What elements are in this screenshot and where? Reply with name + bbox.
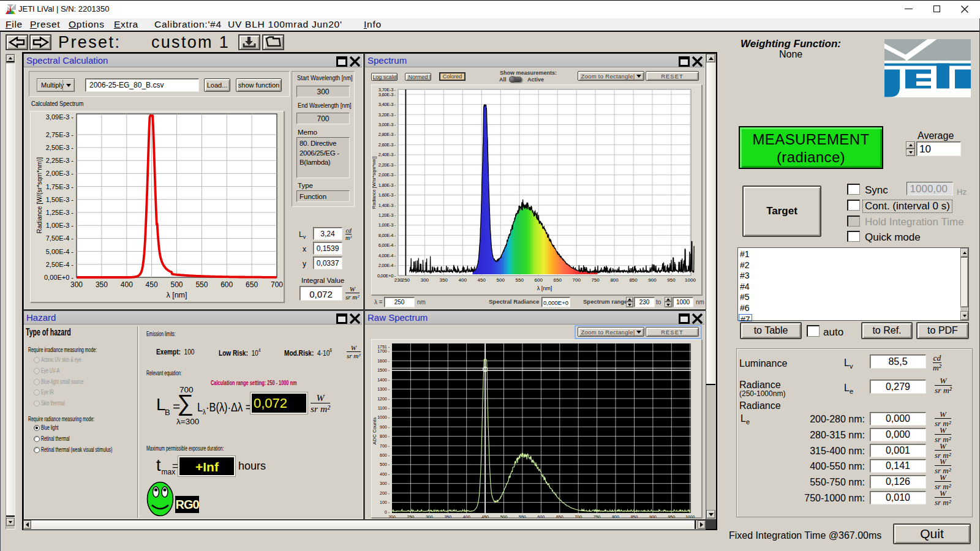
svg-text:6,00E-4 -: 6,00E-4 - <box>379 242 396 248</box>
svg-text:1,50E-3 -: 1,50E-3 - <box>46 196 74 203</box>
svg-text:700: 700 <box>575 515 582 518</box>
svg-text:750: 750 <box>591 277 600 283</box>
svg-text:1000 -: 1000 - <box>377 415 390 419</box>
svg-text:2,40E-3 -: 2,40E-3 - <box>379 152 396 157</box>
svg-text:400 -: 400 - <box>380 472 390 476</box>
svg-text:650: 650 <box>556 515 564 518</box>
svg-text:Radiance [W/sr*sqm*nm]]: Radiance [W/sr*sqm*nm]] <box>371 156 377 209</box>
svg-text:3,00E-3 -: 3,00E-3 - <box>379 122 396 127</box>
svg-text:950: 950 <box>668 515 675 518</box>
svg-text:700: 700 <box>271 280 283 289</box>
svg-text:2,25E-3 -: 2,25E-3 - <box>46 157 74 164</box>
svg-text:1000: 1000 <box>685 515 695 518</box>
svg-text:650: 650 <box>554 277 562 283</box>
svg-text:2,60E-3 -: 2,60E-3 - <box>379 142 396 148</box>
svg-text:1100 -: 1100 - <box>378 406 390 410</box>
svg-text:0 -: 0 - <box>385 510 390 514</box>
svg-text:400: 400 <box>463 515 470 518</box>
svg-text:1500 -: 1500 - <box>377 368 390 372</box>
svg-text:950: 950 <box>667 277 676 283</box>
svg-text:0,00E+0 -: 0,00E+0 - <box>44 274 74 281</box>
svg-text:450: 450 <box>478 277 486 283</box>
svg-text:300: 300 <box>426 515 433 518</box>
svg-text:1751 -: 1751 - <box>377 345 390 349</box>
svg-text:350: 350 <box>440 277 448 283</box>
svg-text:2,00E-3 -: 2,00E-3 - <box>46 170 74 177</box>
svg-text:2,50E-4 -: 2,50E-4 - <box>46 261 74 268</box>
svg-text:3,70E-3 -: 3,70E-3 - <box>379 87 396 92</box>
svg-text:300 -: 300 - <box>380 481 390 485</box>
svg-text:1,00E-3 -: 1,00E-3 - <box>46 222 74 229</box>
svg-text:1300 -: 1300 - <box>377 387 390 391</box>
svg-text:1,80E-3 -: 1,80E-3 - <box>379 182 396 188</box>
svg-text:1600 -: 1600 - <box>377 359 390 363</box>
svg-text:λ [nm]: λ [nm] <box>537 285 552 291</box>
svg-text:2,00E-4 -: 2,00E-4 - <box>379 263 396 268</box>
svg-text:5,00E-4 -: 5,00E-4 - <box>46 248 74 255</box>
svg-text:350: 350 <box>96 280 108 289</box>
svg-text:200 -: 200 - <box>380 491 390 495</box>
svg-text:3,40E-3 -: 3,40E-3 - <box>379 102 396 107</box>
svg-text:1200 -: 1200 - <box>377 397 390 401</box>
svg-text:8,00E-4 -: 8,00E-4 - <box>379 233 396 238</box>
svg-text:3,09E-3 -: 3,09E-3 - <box>46 113 74 121</box>
svg-text:100 -: 100 - <box>380 500 390 504</box>
svg-text:500: 500 <box>500 515 508 518</box>
svg-text:500 -: 500 - <box>380 462 390 467</box>
svg-text:800: 800 <box>612 515 619 518</box>
svg-text:900: 900 <box>648 277 657 283</box>
svg-text:ADC Counts: ADC Counts <box>372 418 377 444</box>
svg-text:1,75E-3 -: 1,75E-3 - <box>46 183 74 190</box>
svg-text:600: 600 <box>538 515 545 518</box>
svg-text:400: 400 <box>121 280 133 289</box>
svg-text:1400 -: 1400 - <box>377 378 390 382</box>
svg-text:800 -: 800 - <box>380 434 390 438</box>
svg-text:650: 650 <box>246 280 258 289</box>
svg-text:450: 450 <box>481 515 489 518</box>
svg-text:3,60E-3 -: 3,60E-3 - <box>379 92 396 97</box>
svg-text:500: 500 <box>497 277 505 283</box>
svg-text:3,20E-3 -: 3,20E-3 - <box>379 112 396 118</box>
svg-text:1,40E-3 -: 1,40E-3 - <box>379 203 396 208</box>
svg-text:900: 900 <box>649 515 657 518</box>
svg-text:2,80E-3 -: 2,80E-3 - <box>379 132 396 137</box>
svg-text:λ [nm]: λ [nm] <box>166 291 187 299</box>
svg-text:500: 500 <box>170 280 183 289</box>
svg-text:200: 200 <box>388 515 396 518</box>
svg-text:250: 250 <box>407 515 415 518</box>
svg-text:250: 250 <box>402 277 410 283</box>
svg-text:600 -: 600 - <box>380 453 390 457</box>
svg-text:900 -: 900 - <box>380 425 390 429</box>
svg-text:1,00E-3 -: 1,00E-3 - <box>379 222 396 228</box>
svg-text:1,20E-3 -: 1,20E-3 - <box>379 212 396 218</box>
svg-text:300: 300 <box>70 280 83 289</box>
svg-text:550: 550 <box>195 280 208 289</box>
svg-text:450: 450 <box>146 280 158 289</box>
svg-text:750: 750 <box>594 515 601 518</box>
svg-text:2,50E-3 -: 2,50E-3 - <box>46 144 74 151</box>
svg-text:600: 600 <box>535 277 543 283</box>
svg-text:2,20E-3 -: 2,20E-3 - <box>379 162 396 168</box>
svg-text:300: 300 <box>421 277 429 283</box>
svg-text:4,00E-4 -: 4,00E-4 - <box>379 253 396 258</box>
svg-text:2,00E-3 -: 2,00E-3 - <box>379 172 396 178</box>
svg-text:700 -: 700 - <box>380 444 390 448</box>
svg-text:850: 850 <box>631 515 638 518</box>
svg-text:400: 400 <box>459 277 467 283</box>
svg-text:1700 -: 1700 - <box>377 349 390 353</box>
svg-text:1000: 1000 <box>685 277 696 283</box>
svg-text:Radiance [W/(sr*sqm*nm)]: Radiance [W/(sr*sqm*nm)] <box>36 157 43 233</box>
svg-text:1,60E-3 -: 1,60E-3 - <box>379 192 396 198</box>
svg-text:2,75E-3 -: 2,75E-3 - <box>46 131 74 138</box>
svg-text:600: 600 <box>221 280 233 289</box>
svg-text:850: 850 <box>629 277 638 283</box>
svg-text:350: 350 <box>444 515 451 518</box>
svg-text:550: 550 <box>519 515 526 518</box>
svg-text:700: 700 <box>573 277 581 283</box>
svg-text:7,50E-4 -: 7,50E-4 - <box>46 234 74 242</box>
svg-text:0,00E+0 -: 0,00E+0 - <box>377 273 396 279</box>
svg-text:1,25E-3 -: 1,25E-3 - <box>46 209 74 216</box>
svg-text:800: 800 <box>610 277 619 283</box>
svg-text:550: 550 <box>516 277 524 283</box>
